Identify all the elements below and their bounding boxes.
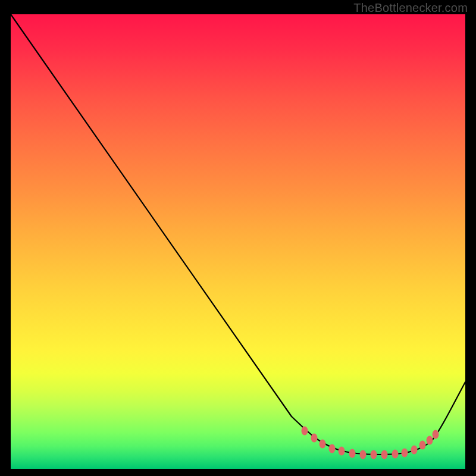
curve-marker [427, 436, 433, 445]
curve-marker [381, 450, 388, 459]
chart-svg [11, 14, 465, 469]
curve-marker [302, 427, 308, 436]
attribution-label: TheBottlenecker.com [353, 1, 468, 15]
chart-frame [11, 14, 465, 469]
curve-marker [329, 444, 336, 453]
curve-marker [411, 446, 418, 455]
curve-marker [311, 434, 318, 443]
curve-marker [433, 430, 439, 439]
curve-marker [339, 447, 345, 456]
curve-marker [349, 449, 356, 458]
curve-marker [360, 450, 367, 459]
curve-marker [392, 450, 399, 459]
curve-marker [402, 449, 408, 458]
curve-marker [320, 440, 326, 449]
bottleneck-curve [11, 14, 465, 455]
curve-marker [419, 441, 426, 450]
curve-marker [371, 450, 377, 459]
